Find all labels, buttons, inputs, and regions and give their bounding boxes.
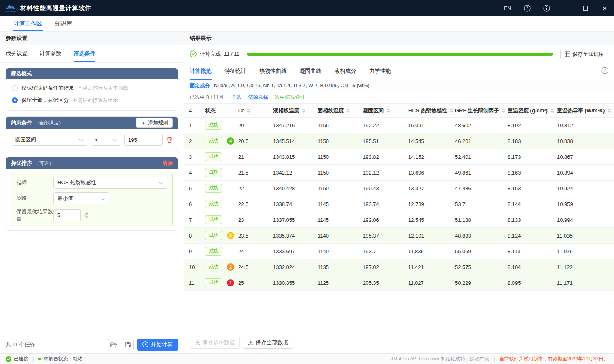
table-row[interactable]: 8成功323.51335.3741140195.3712.10148.8338.… xyxy=(184,228,614,244)
table-row[interactable]: 10成功224.51332.0241135197.0211.42152.5758… xyxy=(184,259,614,275)
chevron-down-icon xyxy=(101,196,105,202)
cell-conductivity: 10.838 xyxy=(557,138,614,144)
sort-icon[interactable] xyxy=(450,109,453,113)
minimize-button[interactable] xyxy=(562,4,570,12)
strategy-select[interactable]: 最小值 xyxy=(53,192,109,204)
selection-action-link[interactable]: 清除选择 xyxy=(248,94,268,101)
column-header[interactable]: 凝固区间 xyxy=(363,107,408,114)
row-index: 8 xyxy=(189,233,205,239)
parameter-tab[interactable]: 成分设置 xyxy=(6,45,28,62)
sort-icon[interactable] xyxy=(550,109,554,113)
cell-cr: 25 xyxy=(238,280,273,286)
save-config-button[interactable] xyxy=(123,339,134,350)
cell-hcs: 14.545 xyxy=(408,138,455,144)
constraints-card: 约束条件 （全部满足） ＋ 添加规则 凝固区间 xyxy=(6,116,178,151)
main-tab[interactable]: 计算工作区 xyxy=(7,16,49,31)
selection-action-link[interactable]: 选中筛选通过 xyxy=(275,94,305,101)
radio-hint: 不满足的行从表中移除 xyxy=(78,85,128,92)
column-header[interactable]: 固相线温度 xyxy=(318,107,363,114)
cell-cr: 23 xyxy=(238,217,273,223)
table-row[interactable]: 1成功201347.2161155192.2215.09148.6028.192… xyxy=(184,118,614,133)
results-help-icon[interactable]: ? xyxy=(601,67,608,75)
table-row[interactable]: 6成功22.51338.741145193.7412.78953.78.1441… xyxy=(184,196,614,212)
column-header[interactable]: 室温密度 (g/cm³) xyxy=(508,107,557,114)
cell-status: 成功3 xyxy=(205,231,238,240)
cell-liquidus: 1332.024 xyxy=(273,264,318,270)
sort-icon[interactable] xyxy=(387,109,390,113)
cell-conductivity: 10.812 xyxy=(557,122,614,128)
table-row[interactable]: 5成功221340.4281150190.4313.32747.4868.153… xyxy=(184,181,614,196)
results-tab[interactable]: 特征统计 xyxy=(224,63,246,80)
save-to-knowledge-base-button[interactable]: 保存至知识库 xyxy=(560,49,608,59)
constraints-subtitle: （全部满足） xyxy=(34,120,64,126)
sort-icon[interactable] xyxy=(502,109,505,113)
trash-icon xyxy=(167,137,173,143)
cell-status: 成功 xyxy=(205,121,238,130)
metric-select[interactable]: HCS 热裂敏感性 xyxy=(53,177,167,189)
column-header[interactable]: HCS 热裂敏感性 xyxy=(408,107,455,114)
column-label: 液相线温度 xyxy=(273,107,299,114)
table-row[interactable]: 11成功1251330.3551125205.3511.02750.2298.0… xyxy=(184,275,614,291)
filter-mode-option[interactable]: 仅保留满足条件的结果不满足的行从表中移除 xyxy=(11,82,173,94)
cell-density: 8.124 xyxy=(508,233,557,239)
cell-freeze-range: 193.74 xyxy=(363,201,408,207)
cell-liquidus: 1335.374 xyxy=(273,233,318,239)
column-header[interactable]: GRF 生长限制因子 xyxy=(455,107,508,114)
cell-liquidus: 1338.74 xyxy=(273,201,318,207)
filter-mode-option[interactable]: 保留全部，标记区分不满足的行置灰显示 xyxy=(11,94,173,106)
keep-count-input[interactable] xyxy=(53,209,81,221)
column-header[interactable]: 室温热导率 (W/m·K) xyxy=(557,107,614,114)
selection-action-link[interactable]: 全选 xyxy=(231,94,241,101)
cell-solidus: 1150 xyxy=(318,138,363,144)
add-rule-button[interactable]: ＋ 添加规则 xyxy=(136,118,173,128)
cell-solidus: 1150 xyxy=(318,154,363,160)
results-tab[interactable]: 液相成分 xyxy=(335,63,356,80)
rule-operator-select[interactable]: > xyxy=(91,134,121,146)
parameter-tab[interactable]: 计算参数 xyxy=(40,45,61,62)
results-tab[interactable]: 力学性能 xyxy=(369,63,391,80)
language-toggle[interactable]: EN xyxy=(504,5,511,11)
open-file-button[interactable] xyxy=(108,339,119,350)
sort-icon[interactable] xyxy=(608,109,611,113)
column-header[interactable]: Cr xyxy=(238,107,273,114)
start-calculation-button[interactable]: 开始计算 xyxy=(137,339,178,351)
database-icon xyxy=(565,51,570,57)
save-all-data-button[interactable]: 保存全部数据 xyxy=(243,337,293,349)
parameter-tab[interactable]: 筛选条件 xyxy=(74,45,95,62)
results-tab[interactable]: 热物性曲线 xyxy=(259,63,287,80)
cell-hcs: 12.101 xyxy=(408,233,455,239)
status-badge: 成功 xyxy=(205,168,222,177)
maximize-button[interactable] xyxy=(582,4,589,12)
radio-icon xyxy=(12,85,18,91)
rule-value-input[interactable] xyxy=(124,134,163,146)
table-row[interactable]: 2成功420.51345.5141150195.5114.54546.2018.… xyxy=(184,133,614,149)
cell-status: 成功 xyxy=(205,247,238,256)
cell-density: 8.153 xyxy=(508,185,557,191)
clear-ranking-link[interactable]: 清除 xyxy=(162,160,173,167)
sort-icon[interactable] xyxy=(302,109,305,113)
table-row[interactable]: 4成功21.51342.121150192.1213.69649.8618.16… xyxy=(184,165,614,181)
sort-icon[interactable] xyxy=(347,109,350,113)
sort-icon[interactable] xyxy=(247,109,250,113)
table-row[interactable]: 7成功231337.0551145192.0612.54551.1888.133… xyxy=(184,212,614,228)
svg-text:?: ? xyxy=(526,6,528,11)
main-tab[interactable]: 知识库 xyxy=(49,16,78,31)
rule-field-select[interactable]: 凝固区间 xyxy=(11,134,87,146)
cell-hcs: 12.789 xyxy=(408,201,455,207)
close-button[interactable]: ✕ xyxy=(601,4,608,12)
table-row[interactable]: 9成功241333.6971140193.711.83655.0698.1131… xyxy=(184,244,614,259)
results-tab[interactable]: 凝固曲线 xyxy=(300,63,322,80)
table-row[interactable]: 3成功211343.8151150193.8214.15252.4018.173… xyxy=(184,149,614,165)
cell-grf: 48.833 xyxy=(455,233,508,239)
cell-status: 成功2 xyxy=(205,263,238,271)
titlebar-controls: EN ? ✕ xyxy=(504,4,608,12)
column-header[interactable]: 液相线温度 xyxy=(273,107,318,114)
help-icon[interactable]: ? xyxy=(523,4,531,12)
cell-grf: 50.229 xyxy=(455,280,508,286)
row-index: 7 xyxy=(189,217,205,223)
cell-density: 8.173 xyxy=(508,154,557,160)
results-tab[interactable]: 计算概览 xyxy=(190,63,212,80)
delete-rule-button[interactable] xyxy=(167,137,173,143)
selection-toolbar: 已选中 0 / 11 组 全选清除选择选中筛选通过 xyxy=(184,91,614,103)
info-icon[interactable] xyxy=(543,4,550,12)
